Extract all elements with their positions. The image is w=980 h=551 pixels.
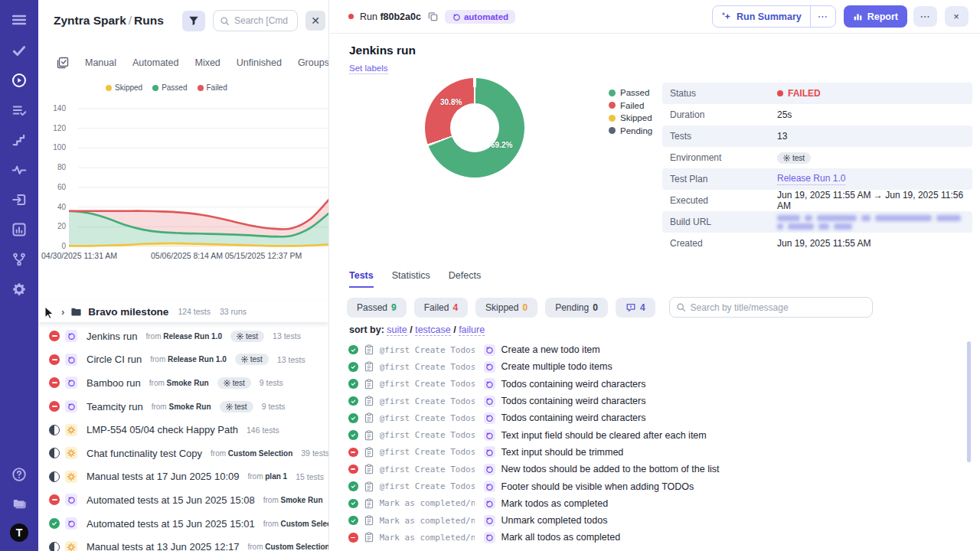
menu-icon[interactable] — [10, 11, 28, 29]
chevron-right-icon[interactable]: › — [61, 306, 64, 318]
run-row[interactable]: LMP-554 05/04 check Happy Path146 tests — [38, 418, 328, 442]
filter-pill-failed[interactable]: Failed4 — [414, 298, 468, 318]
comments-filter-pill[interactable]: 4 — [616, 298, 655, 318]
run-list-icon[interactable] — [10, 101, 28, 119]
test-row[interactable]: @first Create Todos...Create a new todo … — [348, 341, 968, 358]
tab-manual[interactable]: Manual — [85, 57, 116, 68]
breadcrumb-page: Runs — [134, 14, 164, 27]
analytics-icon[interactable] — [10, 220, 28, 239]
tab-automated[interactable]: Automated — [132, 57, 178, 68]
run-row[interactable]: Automated tests at 15 Jun 2025 15:01from… — [38, 512, 328, 536]
run-row[interactable]: Bamboo runfrom Smoke Runtest9 tests — [38, 371, 328, 395]
test-title: Todos containing weird characters — [501, 396, 646, 406]
test-row[interactable]: @first Create Todos...Todos containing w… — [348, 376, 968, 393]
failed-status-icon — [49, 401, 60, 412]
close-detail-button[interactable]: × — [945, 6, 969, 27]
search-icon — [676, 302, 686, 312]
close-panel-button[interactable]: ✕ — [305, 11, 325, 31]
report-button[interactable]: Report — [844, 5, 907, 28]
run-row[interactable]: Teamcity runfrom Smoke Runtest9 tests — [38, 395, 328, 419]
legend-item-failed: Failed — [198, 83, 227, 92]
gear-icon — [226, 403, 233, 410]
run-summary-button[interactable]: Run Summary ⋯ — [712, 5, 836, 28]
detail-tab-defects[interactable]: Defects — [449, 270, 481, 288]
gear-icon[interactable] — [10, 280, 28, 298]
test-row[interactable]: @first Create Todos...Todos containing w… — [348, 409, 968, 426]
filter-button[interactable] — [182, 11, 205, 31]
chart-legend: SkippedPassedFailed — [106, 83, 227, 92]
breadcrumb-project[interactable]: Zyntra Spark — [54, 14, 126, 27]
environment-badge: test — [777, 152, 811, 164]
steps-icon[interactable] — [10, 131, 28, 149]
run-tests-count: 146 tests — [247, 425, 279, 435]
test-row[interactable]: @first Create Todos...Create multiple to… — [348, 358, 968, 375]
info-row-environment: Environmenttest — [662, 147, 972, 168]
test-plan-link[interactable]: Release Run 1.0 — [777, 173, 845, 185]
filter-pill-pending[interactable]: Pending0 — [545, 298, 608, 318]
gear-icon — [224, 380, 230, 386]
play-circle-icon[interactable] — [10, 71, 28, 90]
tab-unfinished[interactable]: Unfinished — [237, 57, 282, 68]
logo-icon[interactable]: T — [10, 523, 28, 542]
tab-groups[interactable]: Groups — [298, 57, 329, 68]
runs-filter-tabs: ManualAutomatedMixedUnfinishedGroups — [57, 57, 329, 69]
more-actions-button[interactable]: ⋯ — [913, 6, 937, 27]
set-labels-link[interactable]: Set labels — [349, 64, 388, 74]
test-row[interactable]: @first Create Todos...Text input field s… — [348, 426, 968, 443]
run-row[interactable]: Automated tests at 15 Jun 2025 15:08from… — [38, 488, 328, 512]
run-from-label: from Custom Selection — [263, 520, 328, 528]
test-row[interactable]: @first Create Todos...Text input should … — [348, 444, 968, 461]
donut-legend-skipped: Skipped — [609, 113, 652, 122]
run-summary-more-button[interactable]: ⋯ — [810, 6, 835, 27]
sort-by-testcase-link[interactable]: testcase — [415, 324, 451, 336]
import-icon[interactable] — [10, 191, 28, 209]
manual-run-icon — [65, 447, 77, 459]
detail-tab-statistics[interactable]: Statistics — [392, 270, 430, 288]
test-row[interactable]: Mark as completed/n...Mark all todos as … — [348, 529, 968, 546]
tests-scrollbar[interactable] — [967, 341, 971, 462]
branch-icon[interactable] — [10, 250, 28, 269]
sparkle-icon — [721, 11, 732, 22]
milestone-row[interactable]: › Bravo milestone 124 tests 33 runs — [38, 301, 328, 322]
test-row[interactable]: @first Create Todos...Footer should be v… — [348, 478, 968, 494]
runs-search[interactable] — [213, 10, 298, 31]
check-icon[interactable] — [10, 41, 28, 60]
run-tests-count: 15 tests — [296, 472, 324, 481]
mouse-cursor — [44, 306, 54, 319]
tests-search-input[interactable] — [691, 302, 866, 313]
copy-icon[interactable] — [427, 11, 439, 22]
legend-item-passed: Passed — [152, 83, 187, 92]
pill-label: Skipped — [485, 302, 518, 313]
test-row[interactable]: Mark as completed/n...Unmark completed t… — [348, 512, 968, 529]
test-title: New todos should be added to the bottom … — [501, 464, 720, 474]
run-name: Manual tests at 13 Jun 2025 12:17 — [87, 541, 239, 551]
help-icon[interactable] — [10, 465, 28, 484]
select-all-icon[interactable] — [57, 57, 69, 69]
sort-by-suite-link[interactable]: suite — [387, 324, 407, 336]
test-row[interactable]: Mark as completed/n...Mark todos as comp… — [348, 495, 968, 512]
projects-icon[interactable] — [10, 494, 28, 513]
info-label: Executed — [670, 195, 777, 206]
run-row[interactable]: Manual tests at 13 Jun 2025 12:17from Cu… — [38, 535, 328, 551]
sort-by-failure-link[interactable]: failure — [459, 324, 485, 336]
run-title: Jenkins run — [349, 44, 416, 57]
test-row[interactable]: @first Create Todos...New todos should b… — [348, 461, 968, 478]
donut-legend: PassedFailedSkippedPending — [609, 88, 652, 135]
pulse-icon[interactable] — [10, 161, 28, 179]
filter-pill-passed[interactable]: Passed9 — [347, 298, 407, 318]
run-row[interactable]: Circle CI runfrom Release Run 1.0test13 … — [38, 348, 328, 372]
manual-run-icon — [65, 471, 77, 483]
detail-tab-tests[interactable]: Tests — [349, 270, 374, 288]
failed-status-icon — [348, 465, 358, 474]
run-row[interactable]: Chat functinality test Copyfrom Custom S… — [38, 442, 328, 465]
run-row[interactable]: Manual tests at 17 Jun 2025 10:09from pl… — [38, 465, 328, 489]
info-row-status: StatusFAILED — [662, 83, 972, 104]
test-row[interactable]: @first Create Todos...Todos containing w… — [348, 393, 968, 409]
partial-status-icon — [49, 542, 60, 551]
runs-search-input[interactable] — [234, 15, 291, 26]
filter-pill-skipped[interactable]: Skipped0 — [475, 298, 537, 318]
test-title: Footer should be visible when adding TOD… — [501, 481, 694, 492]
run-row[interactable]: Jenkins runfrom Release Run 1.0test13 te… — [38, 324, 328, 348]
tab-mixed[interactable]: Mixed — [194, 57, 220, 68]
tests-search[interactable] — [669, 297, 873, 318]
